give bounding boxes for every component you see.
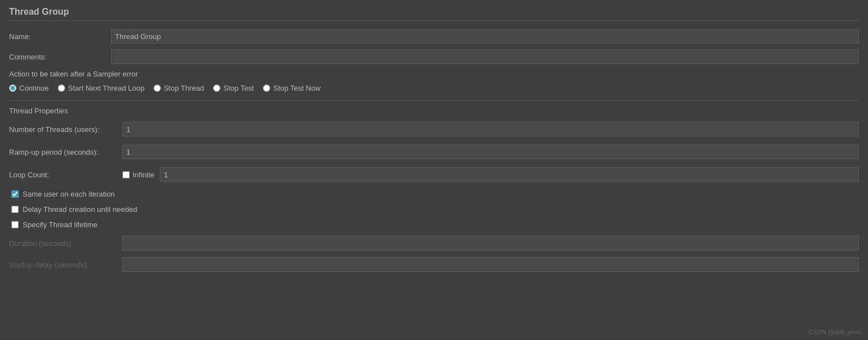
same-user-row: Same user on each iteration bbox=[11, 190, 859, 198]
specify-lifetime-label[interactable]: Specify Thread lifetime bbox=[23, 220, 97, 229]
radio-start-next-thread-loop[interactable]: Start Next Thread Loop bbox=[58, 84, 144, 92]
num-threads-input[interactable] bbox=[122, 122, 859, 137]
specify-lifetime-checkbox[interactable] bbox=[11, 221, 19, 228]
delay-thread-label[interactable]: Delay Thread creation until needed bbox=[23, 205, 137, 214]
ramp-up-input[interactable] bbox=[122, 144, 859, 159]
name-input[interactable] bbox=[111, 29, 859, 44]
startup-delay-row: Startup delay (seconds): bbox=[9, 257, 859, 272]
radio-stop-thread[interactable]: Stop Thread bbox=[154, 84, 204, 92]
name-label: Name: bbox=[9, 32, 111, 41]
watermark: CSDN @ybb_ymm bbox=[809, 329, 861, 335]
main-panel: Thread Group Name: Comments: Action to b… bbox=[0, 0, 868, 340]
comments-row: Comments: bbox=[9, 49, 859, 64]
num-threads-row: Number of Threads (users): bbox=[9, 122, 859, 137]
startup-delay-label: Startup delay (seconds): bbox=[9, 261, 122, 269]
radio-stop-test-label: Stop Test bbox=[223, 84, 254, 92]
radio-continue[interactable]: Continue bbox=[9, 84, 49, 92]
ramp-up-label: Ramp-up period (seconds): bbox=[9, 148, 122, 156]
startup-delay-input[interactable] bbox=[122, 257, 859, 272]
loop-count-label: Loop Count: bbox=[9, 171, 122, 179]
radio-stop-thread-label: Stop Thread bbox=[164, 84, 204, 92]
same-user-checkbox[interactable] bbox=[11, 190, 19, 198]
comments-input[interactable] bbox=[111, 49, 859, 64]
ramp-up-row: Ramp-up period (seconds): bbox=[9, 144, 859, 159]
radio-stop-test[interactable]: Stop Test bbox=[213, 84, 254, 92]
thread-properties-label: Thread Properties bbox=[9, 107, 859, 115]
name-row: Name: bbox=[9, 29, 859, 44]
num-threads-label: Number of Threads (users): bbox=[9, 125, 122, 134]
duration-row: Duration (seconds): bbox=[9, 236, 859, 250]
action-options-row: Continue Start Next Thread Loop Stop Thr… bbox=[9, 84, 859, 92]
loop-count-row: Loop Count: Infinite bbox=[9, 167, 859, 182]
loop-count-input[interactable] bbox=[160, 167, 859, 182]
radio-continue-label: Continue bbox=[19, 84, 49, 92]
same-user-label[interactable]: Same user on each iteration bbox=[23, 190, 115, 198]
radio-stop-test-now[interactable]: Stop Test Now bbox=[263, 84, 321, 92]
action-section-label: Action to be taken after a Sampler error bbox=[9, 70, 859, 78]
duration-label: Duration (seconds): bbox=[9, 239, 122, 248]
radio-start-next-label: Start Next Thread Loop bbox=[68, 84, 144, 92]
duration-input[interactable] bbox=[122, 236, 859, 250]
delay-thread-checkbox[interactable] bbox=[11, 206, 19, 213]
specify-lifetime-row: Specify Thread lifetime bbox=[11, 220, 859, 229]
infinite-label[interactable]: Infinite bbox=[133, 171, 154, 179]
delay-thread-row: Delay Thread creation until needed bbox=[11, 205, 859, 214]
divider bbox=[9, 100, 859, 101]
panel-title: Thread Group bbox=[9, 7, 859, 21]
radio-stop-test-now-label: Stop Test Now bbox=[273, 84, 321, 92]
comments-label: Comments: bbox=[9, 53, 111, 61]
infinite-checkbox[interactable] bbox=[122, 171, 130, 178]
infinite-checkbox-container: Infinite bbox=[122, 171, 154, 179]
